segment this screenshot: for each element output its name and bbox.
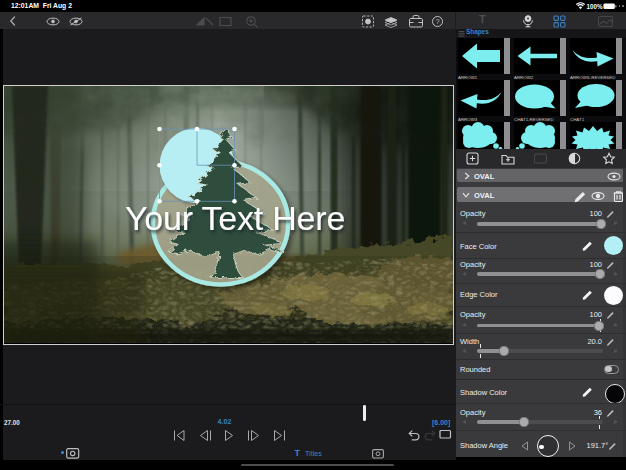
- svg-text:Your Text Here: Your Text Here: [125, 199, 345, 237]
- svg-text:?: ?: [435, 17, 439, 26]
